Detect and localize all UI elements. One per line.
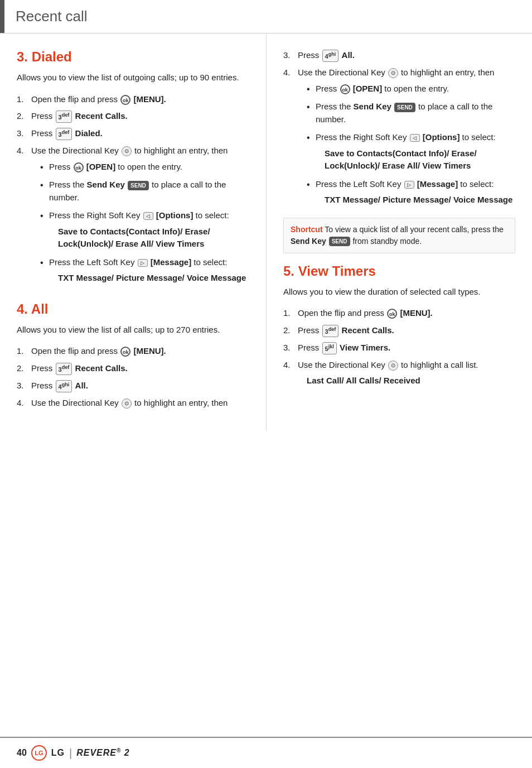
message-sub: TXT Message/ Picture Message/ Voice Mess… [58, 272, 249, 285]
bullet-all-2: Press the Send Key SEND to place a call … [307, 100, 515, 126]
message-sub-2: TXT Message/ Picture Message/ Voice Mess… [325, 194, 515, 207]
section-3-steps: 1. Open the flip and press ok [MENU]. 2.… [17, 93, 249, 290]
key-4ghi: 4ghi [56, 380, 72, 392]
options-sub: Save to Contacts(Contact Info)/ Erase/ L… [58, 225, 249, 251]
section-dialed: 3. Dialed Allows you to view the list of… [17, 49, 249, 290]
section-all: 4. All Allows you to view the list of al… [17, 301, 249, 410]
shortcut-note: Shortcut To view a quick list of all you… [283, 218, 515, 253]
footer-brand: LG [51, 748, 65, 758]
ok-key-icon-5: ok [387, 309, 397, 319]
ok-key-icon-3: ok [120, 347, 130, 357]
bullet-3-2: Press the Send Key SEND to place a call … [40, 179, 249, 204]
section-3-desc: Allows you to view the list of outgoing … [17, 71, 249, 84]
step-4-1: 1. Open the flip and press ok [MENU]. [17, 345, 249, 358]
send-key-icon: SEND [128, 181, 149, 190]
shortcut-text: To view a quick list of all your recent … [291, 225, 504, 246]
step-4-2: 2. Press 3def Recent Calls. [17, 362, 249, 375]
section-view-timers: 5. View Timers Allows you to view the du… [283, 263, 515, 387]
options-sub-2: Save to Contacts(Contact Info)/ Erase/ L… [325, 147, 515, 172]
ok-key-icon-4: ok [340, 84, 350, 94]
dir-key-icon-2: ⊙ [122, 399, 132, 409]
key-5jkl: 5jkl [322, 342, 337, 354]
section-3-heading: 3. Dialed [17, 49, 249, 65]
header-accent [0, 0, 4, 33]
key-3def-2: 3def [56, 128, 72, 140]
send-key-icon-3: SEND [329, 237, 350, 246]
right-step-3: 3. Press 4ghi All. [283, 49, 515, 62]
bullet-all-4: Press the Left Soft Key ▷ [Message] to s… [307, 178, 515, 207]
left-soft-key-icon: ▷ [138, 259, 148, 267]
page-title: Recent call [4, 0, 99, 33]
section-5-steps: 1. Open the flip and press ok [MENU]. 2.… [283, 307, 515, 387]
dir-key-icon: ⊙ [122, 146, 132, 156]
right-soft-key-icon-2: ◁ [410, 134, 420, 142]
content-area: 3. Dialed Allows you to view the list of… [0, 33, 532, 431]
send-key-icon-2: SEND [394, 103, 415, 112]
step-5-2: 2. Press 3def Recent Calls. [283, 324, 515, 337]
left-column: 3. Dialed Allows you to view the list of… [0, 33, 267, 431]
right-step-4: 4. Use the Directional Key ⊙ to highligh… [283, 66, 515, 212]
bullet-3-3: Press the Right Soft Key ◁ [Options] to … [40, 209, 249, 251]
step-3-3: 3. Press 3def Dialed. [17, 127, 249, 140]
key-4ghi-right: 4ghi [322, 50, 339, 62]
right-steps-preamble: 3. Press 4ghi All. 4. Use the Directiona… [283, 49, 515, 212]
step-3-4: 4. Use the Directional Key ⊙ to highligh… [17, 145, 249, 290]
section-4-heading: 4. All [17, 301, 249, 317]
bullet-all-3: Press the Right Soft Key ◁ [Options] to … [307, 131, 515, 172]
right-soft-key-icon: ◁ [143, 212, 153, 220]
key-3def-4: 3def [322, 325, 339, 337]
footer-page-number: 40 [17, 748, 27, 758]
footer-lg-logo: LG [31, 745, 47, 761]
timers-sub: Last Call/ All Calls/ Received [307, 375, 515, 387]
header-bar: Recent call [0, 0, 532, 33]
dir-key-icon-4: ⊙ [388, 361, 398, 371]
footer-divider: | [69, 747, 72, 760]
ok-key-icon: ok [120, 95, 130, 105]
section-5-desc: Allows you to view the duration of selec… [283, 286, 515, 299]
bullet-3-1: Press ok [OPEN] to open the entry. [40, 161, 249, 174]
step-5-3: 3. Press 5jkl View Timers. [283, 342, 515, 354]
shortcut-label: Shortcut [291, 225, 323, 234]
right-column: 3. Press 4ghi All. 4. Use the Directiona… [267, 33, 532, 431]
section-3-bullets: Press ok [OPEN] to open the entry. Press… [40, 161, 249, 285]
left-soft-key-icon-2: ▷ [404, 181, 414, 189]
section-4-desc: Allows you to view the list of all calls… [17, 324, 249, 337]
step-3-1: 1. Open the flip and press ok [MENU]. [17, 93, 249, 106]
key-3def: 3def [56, 111, 72, 123]
footer-model-name: REVERE® 2 [76, 747, 130, 758]
step-3-2: 2. Press 3def Recent Calls. [17, 110, 249, 123]
registered-mark: ® [117, 747, 121, 753]
bullet-3-4: Press the Left Soft Key ▷ [Message] to s… [40, 256, 249, 285]
section-all-continued: 3. Press 4ghi All. 4. Use the Directiona… [283, 49, 515, 212]
section-all-bullets: Press ok [OPEN] to open the entry. Press… [307, 83, 515, 207]
step-4-4: 4. Use the Directional Key ⊙ to highligh… [17, 397, 249, 410]
step-4-3: 3. Press 4ghi All. [17, 380, 249, 392]
section-4-steps: 1. Open the flip and press ok [MENU]. 2.… [17, 345, 249, 409]
section-5-heading: 5. View Timers [283, 263, 515, 279]
footer-bar: 40 LG LG | REVERE® 2 [0, 737, 532, 768]
dir-key-icon-3: ⊙ [388, 68, 398, 78]
key-3def-3: 3def [56, 363, 72, 375]
bullet-all-1: Press ok [OPEN] to open the entry. [307, 83, 515, 95]
step-5-4: 4. Use the Directional Key ⊙ to highligh… [283, 359, 515, 387]
ok-key-icon-2: ok [74, 162, 84, 172]
step-5-1: 1. Open the flip and press ok [MENU]. [283, 307, 515, 320]
